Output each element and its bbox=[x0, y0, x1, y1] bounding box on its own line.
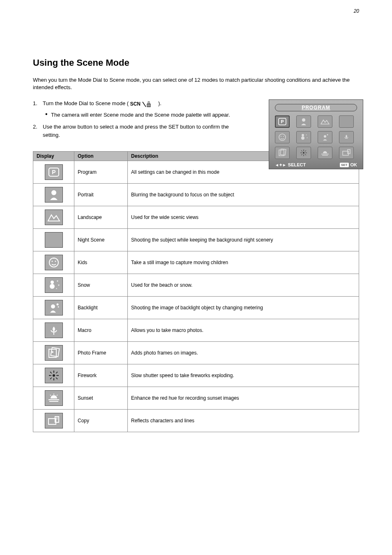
svg-point-62 bbox=[49, 375, 50, 376]
svg-point-39 bbox=[51, 281, 54, 284]
step-1: 1. Turn the Mode Dial to Scene mode ( SC… bbox=[33, 99, 230, 108]
grid-program-icon: P bbox=[275, 115, 290, 128]
grid-portrait-icon bbox=[296, 115, 311, 128]
cell-desc: Enhance the red hue for recording sunset… bbox=[128, 387, 359, 410]
svg-text:P: P bbox=[52, 169, 55, 175]
svg-point-65 bbox=[57, 378, 58, 379]
svg-line-0 bbox=[143, 102, 146, 107]
svg-point-60 bbox=[53, 371, 54, 372]
grid-night-icon bbox=[339, 115, 354, 128]
copy-icon bbox=[45, 413, 63, 428]
svg-point-38 bbox=[53, 258, 54, 259]
cell-desc: Shooting the subject while keeping the b… bbox=[128, 229, 359, 251]
intro-text: When you turn the Mode Dial to Scene mod… bbox=[33, 76, 359, 91]
svg-line-70 bbox=[57, 395, 58, 396]
step-text: Use the arrow button to select a mode an… bbox=[43, 123, 230, 139]
cell-desc: Used for the beach or snow. bbox=[128, 274, 359, 297]
svg-line-27 bbox=[301, 154, 302, 155]
svg-text:*: * bbox=[56, 287, 57, 291]
step-text-b: ). bbox=[158, 100, 161, 106]
svg-rect-31 bbox=[348, 150, 350, 154]
footer-select-label: SELECT bbox=[288, 162, 306, 167]
page-number: 20 bbox=[354, 8, 359, 14]
table-row: Night Scene Shooting the subject while k… bbox=[33, 229, 359, 251]
portrait-icon bbox=[45, 187, 63, 203]
svg-point-16 bbox=[327, 134, 328, 136]
screenshot-footer: ◄✦► SELECT SET OK bbox=[269, 161, 363, 169]
svg-text:*: * bbox=[58, 284, 60, 288]
bullet-dot: • bbox=[45, 111, 51, 119]
grid-landscape-icon bbox=[318, 115, 332, 128]
svg-point-19 bbox=[303, 152, 304, 154]
steps-block: 1. Turn the Mode Dial to Scene mode ( SC… bbox=[33, 99, 230, 139]
grid-frame-icon bbox=[275, 147, 290, 159]
set-badge-icon: SET bbox=[340, 163, 349, 167]
cell-option: Backlight bbox=[74, 297, 128, 319]
step-2: 2. Use the arrow button to select a mode… bbox=[33, 123, 230, 139]
cell-option: Kids bbox=[74, 251, 128, 274]
table-row: Landscape Used for the wide scenic views bbox=[33, 206, 359, 229]
svg-text:*: * bbox=[307, 136, 308, 140]
program-icon: P bbox=[45, 164, 63, 180]
firework-icon bbox=[45, 368, 63, 383]
backlight-icon bbox=[45, 300, 63, 315]
screenshot-icon-grid: P ** bbox=[269, 114, 363, 161]
cell-option: Landscape bbox=[74, 206, 128, 229]
table-row: Photo Frame Adds photo frames on images. bbox=[33, 342, 359, 364]
table-row: *** Snow Used for the beach or snow. bbox=[33, 274, 359, 297]
svg-point-12 bbox=[301, 136, 304, 140]
cell-desc: Blurring the background to focus on the … bbox=[128, 184, 359, 206]
snow-icon: *** bbox=[45, 277, 63, 293]
svg-line-25 bbox=[305, 154, 306, 155]
svg-point-36 bbox=[51, 261, 53, 262]
svg-point-10 bbox=[283, 136, 284, 137]
screenshot-title-bar: PROGRAM bbox=[275, 104, 357, 111]
svg-line-26 bbox=[305, 150, 306, 152]
camera-screenshot: PROGRAM P ** bbox=[269, 99, 363, 169]
cell-desc: Adds photo frames on images. bbox=[128, 342, 359, 364]
svg-point-61 bbox=[53, 379, 54, 380]
cell-desc: Reflects characters and lines bbox=[128, 410, 359, 432]
th-display: Display bbox=[33, 152, 74, 161]
svg-point-66 bbox=[57, 372, 58, 373]
bullet-text: The camera will enter Scene mode and the… bbox=[51, 111, 230, 119]
table-row: Macro Allows you to take macro photos. bbox=[33, 319, 359, 342]
cell-desc: Shooting the image of backlight object b… bbox=[128, 297, 359, 319]
scene-mode-table: Display Option Description P Program All… bbox=[33, 151, 359, 432]
svg-point-7 bbox=[302, 118, 305, 122]
cell-option: Firework bbox=[74, 364, 128, 387]
svg-line-69 bbox=[50, 395, 51, 396]
svg-point-35 bbox=[49, 258, 58, 267]
cell-desc: Slow shutter speed to take fireworks exp… bbox=[128, 364, 359, 387]
table-row: Kids Take a still image to capture movin… bbox=[33, 251, 359, 274]
svg-point-51 bbox=[53, 374, 55, 377]
svg-point-44 bbox=[51, 304, 55, 309]
svg-point-64 bbox=[50, 372, 51, 373]
svg-point-9 bbox=[281, 136, 281, 137]
table-row: Firework Slow shutter speed to take fire… bbox=[33, 364, 359, 387]
svg-point-63 bbox=[57, 375, 58, 376]
svg-point-11 bbox=[302, 134, 304, 136]
table-row: Backlight Shooting the image of backligh… bbox=[33, 297, 359, 319]
step-number: 2. bbox=[33, 123, 43, 139]
footer-select: ◄✦► SELECT bbox=[275, 162, 306, 167]
cell-option: Macro bbox=[74, 319, 128, 342]
grid-snow-icon: ** bbox=[296, 131, 311, 143]
svg-point-45 bbox=[56, 304, 58, 306]
kids-icon bbox=[45, 255, 63, 270]
step-1-bullet: • The camera will enter Scene mode and t… bbox=[45, 111, 230, 119]
svg-point-37 bbox=[55, 261, 56, 262]
cell-desc: Allows you to take macro photos. bbox=[128, 319, 359, 342]
cell-option: Portrait bbox=[74, 184, 128, 206]
svg-point-34 bbox=[51, 190, 56, 195]
grid-macro-icon bbox=[339, 131, 354, 143]
cell-option: Sunset bbox=[74, 387, 128, 410]
svg-point-8 bbox=[279, 134, 286, 140]
svg-point-67 bbox=[50, 378, 51, 379]
svg-point-40 bbox=[50, 284, 55, 289]
landscape-icon bbox=[45, 210, 63, 225]
macro-icon bbox=[45, 322, 63, 338]
step-text: Turn the Mode Dial to Scene mode ( SCN )… bbox=[43, 99, 230, 108]
svg-line-24 bbox=[301, 150, 302, 152]
grid-backlight-icon bbox=[318, 131, 332, 143]
